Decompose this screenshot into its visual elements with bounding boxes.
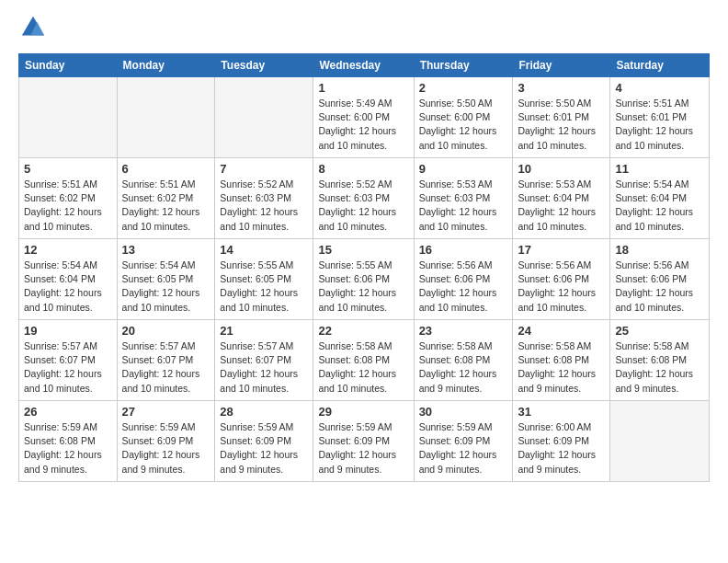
week-row-4: 26Sunrise: 5:59 AM Sunset: 6:08 PM Dayli…: [19, 401, 710, 482]
week-row-0: 1Sunrise: 5:49 AM Sunset: 6:00 PM Daylig…: [19, 77, 710, 158]
day-info: Sunrise: 5:54 AM Sunset: 6:04 PM Dayligh…: [615, 178, 704, 234]
day-info: Sunrise: 5:50 AM Sunset: 6:01 PM Dayligh…: [518, 97, 605, 153]
day-info: Sunrise: 5:56 AM Sunset: 6:06 PM Dayligh…: [615, 259, 704, 315]
day-info: Sunrise: 5:53 AM Sunset: 6:03 PM Dayligh…: [419, 178, 508, 234]
day-info: Sunrise: 5:55 AM Sunset: 6:05 PM Dayligh…: [220, 259, 308, 315]
calendar-cell: [215, 77, 313, 158]
logo-icon: [20, 15, 46, 40]
day-number: 10: [518, 162, 605, 176]
calendar-cell: 5Sunrise: 5:51 AM Sunset: 6:02 PM Daylig…: [19, 158, 118, 239]
day-info: Sunrise: 5:56 AM Sunset: 6:06 PM Dayligh…: [419, 259, 508, 315]
col-header-sunday: Sunday: [19, 54, 118, 77]
day-info: Sunrise: 5:57 AM Sunset: 6:07 PM Dayligh…: [24, 339, 112, 396]
day-info: Sunrise: 5:59 AM Sunset: 6:09 PM Dayligh…: [318, 420, 408, 477]
day-info: Sunrise: 5:52 AM Sunset: 6:03 PM Dayligh…: [318, 178, 408, 234]
day-number: 30: [419, 405, 508, 419]
day-info: Sunrise: 5:51 AM Sunset: 6:02 PM Dayligh…: [24, 178, 112, 234]
calendar-cell: 27Sunrise: 5:59 AM Sunset: 6:09 PM Dayli…: [117, 401, 215, 482]
calendar-cell: 29Sunrise: 5:59 AM Sunset: 6:09 PM Dayli…: [313, 401, 414, 482]
col-header-saturday: Saturday: [610, 54, 710, 77]
day-info: Sunrise: 5:51 AM Sunset: 6:02 PM Dayligh…: [122, 178, 210, 234]
calendar-cell: 15Sunrise: 5:55 AM Sunset: 6:06 PM Dayli…: [313, 239, 414, 320]
day-number: 2: [419, 81, 508, 95]
day-number: 5: [24, 162, 112, 176]
page: SundayMondayTuesdayWednesdayThursdayFrid…: [0, 0, 728, 497]
logo: [18, 15, 46, 44]
day-info: Sunrise: 5:54 AM Sunset: 6:05 PM Dayligh…: [122, 259, 210, 315]
day-number: 21: [220, 324, 308, 338]
day-number: 11: [615, 162, 704, 176]
calendar-cell: [117, 77, 215, 158]
day-number: 6: [122, 162, 210, 176]
calendar-cell: 1Sunrise: 5:49 AM Sunset: 6:00 PM Daylig…: [313, 77, 414, 158]
calendar-header-row: SundayMondayTuesdayWednesdayThursdayFrid…: [19, 54, 710, 77]
day-info: Sunrise: 5:50 AM Sunset: 6:00 PM Dayligh…: [419, 97, 508, 153]
day-info: Sunrise: 5:52 AM Sunset: 6:03 PM Dayligh…: [220, 178, 308, 234]
week-row-2: 12Sunrise: 5:54 AM Sunset: 6:04 PM Dayli…: [19, 239, 710, 320]
day-info: Sunrise: 5:51 AM Sunset: 6:01 PM Dayligh…: [615, 97, 704, 153]
day-number: 8: [318, 162, 408, 176]
day-number: 9: [419, 162, 508, 176]
day-number: 24: [518, 324, 605, 338]
calendar-cell: 11Sunrise: 5:54 AM Sunset: 6:04 PM Dayli…: [610, 158, 710, 239]
day-number: 1: [318, 81, 408, 95]
day-info: Sunrise: 5:59 AM Sunset: 6:08 PM Dayligh…: [24, 420, 112, 477]
col-header-monday: Monday: [117, 54, 215, 77]
day-number: 28: [220, 405, 308, 419]
day-number: 13: [122, 243, 210, 257]
day-number: 12: [24, 243, 112, 257]
calendar-cell: 14Sunrise: 5:55 AM Sunset: 6:05 PM Dayli…: [215, 239, 313, 320]
day-info: Sunrise: 5:58 AM Sunset: 6:08 PM Dayligh…: [518, 339, 605, 396]
day-info: Sunrise: 5:58 AM Sunset: 6:08 PM Dayligh…: [419, 339, 508, 396]
week-row-3: 19Sunrise: 5:57 AM Sunset: 6:07 PM Dayli…: [19, 320, 710, 401]
day-number: 18: [615, 243, 704, 257]
day-info: Sunrise: 5:58 AM Sunset: 6:08 PM Dayligh…: [615, 339, 704, 396]
calendar-cell: 18Sunrise: 5:56 AM Sunset: 6:06 PM Dayli…: [610, 239, 710, 320]
col-header-tuesday: Tuesday: [215, 54, 313, 77]
day-number: 20: [122, 324, 210, 338]
day-number: 17: [518, 243, 605, 257]
day-number: 26: [24, 405, 112, 419]
calendar-cell: 10Sunrise: 5:53 AM Sunset: 6:04 PM Dayli…: [513, 158, 610, 239]
day-number: 23: [419, 324, 508, 338]
day-info: Sunrise: 5:56 AM Sunset: 6:06 PM Dayligh…: [518, 259, 605, 315]
day-info: Sunrise: 5:57 AM Sunset: 6:07 PM Dayligh…: [220, 339, 308, 396]
day-number: 27: [122, 405, 210, 419]
calendar-cell: 2Sunrise: 5:50 AM Sunset: 6:00 PM Daylig…: [414, 77, 513, 158]
calendar-cell: 24Sunrise: 5:58 AM Sunset: 6:08 PM Dayli…: [513, 320, 610, 401]
day-number: 3: [518, 81, 605, 95]
col-header-wednesday: Wednesday: [313, 54, 414, 77]
day-number: 19: [24, 324, 112, 338]
calendar-table: SundayMondayTuesdayWednesdayThursdayFrid…: [18, 53, 710, 482]
day-info: Sunrise: 6:00 AM Sunset: 6:09 PM Dayligh…: [518, 420, 605, 477]
day-number: 4: [615, 81, 704, 95]
calendar-cell: 22Sunrise: 5:58 AM Sunset: 6:08 PM Dayli…: [313, 320, 414, 401]
day-info: Sunrise: 5:59 AM Sunset: 6:09 PM Dayligh…: [220, 420, 308, 477]
calendar-cell: 31Sunrise: 6:00 AM Sunset: 6:09 PM Dayli…: [513, 401, 610, 482]
day-number: 14: [220, 243, 308, 257]
day-info: Sunrise: 5:59 AM Sunset: 6:09 PM Dayligh…: [122, 420, 210, 477]
col-header-friday: Friday: [513, 54, 610, 77]
calendar-cell: 7Sunrise: 5:52 AM Sunset: 6:03 PM Daylig…: [215, 158, 313, 239]
calendar-cell: [19, 77, 118, 158]
calendar-cell: 20Sunrise: 5:57 AM Sunset: 6:07 PM Dayli…: [117, 320, 215, 401]
day-number: 31: [518, 405, 605, 419]
day-number: 29: [318, 405, 408, 419]
day-info: Sunrise: 5:59 AM Sunset: 6:09 PM Dayligh…: [419, 420, 508, 477]
calendar-cell: 19Sunrise: 5:57 AM Sunset: 6:07 PM Dayli…: [19, 320, 118, 401]
day-number: 22: [318, 324, 408, 338]
day-number: 16: [419, 243, 508, 257]
calendar-cell: 12Sunrise: 5:54 AM Sunset: 6:04 PM Dayli…: [19, 239, 118, 320]
calendar-cell: 17Sunrise: 5:56 AM Sunset: 6:06 PM Dayli…: [513, 239, 610, 320]
calendar-cell: 3Sunrise: 5:50 AM Sunset: 6:01 PM Daylig…: [513, 77, 610, 158]
calendar-cell: [610, 401, 710, 482]
calendar-cell: 23Sunrise: 5:58 AM Sunset: 6:08 PM Dayli…: [414, 320, 513, 401]
calendar-cell: 21Sunrise: 5:57 AM Sunset: 6:07 PM Dayli…: [215, 320, 313, 401]
calendar-cell: 26Sunrise: 5:59 AM Sunset: 6:08 PM Dayli…: [19, 401, 118, 482]
calendar-cell: 4Sunrise: 5:51 AM Sunset: 6:01 PM Daylig…: [610, 77, 710, 158]
day-info: Sunrise: 5:54 AM Sunset: 6:04 PM Dayligh…: [24, 259, 112, 315]
week-row-1: 5Sunrise: 5:51 AM Sunset: 6:02 PM Daylig…: [19, 158, 710, 239]
header: [18, 15, 710, 44]
day-info: Sunrise: 5:53 AM Sunset: 6:04 PM Dayligh…: [518, 178, 605, 234]
day-info: Sunrise: 5:49 AM Sunset: 6:00 PM Dayligh…: [318, 97, 408, 153]
